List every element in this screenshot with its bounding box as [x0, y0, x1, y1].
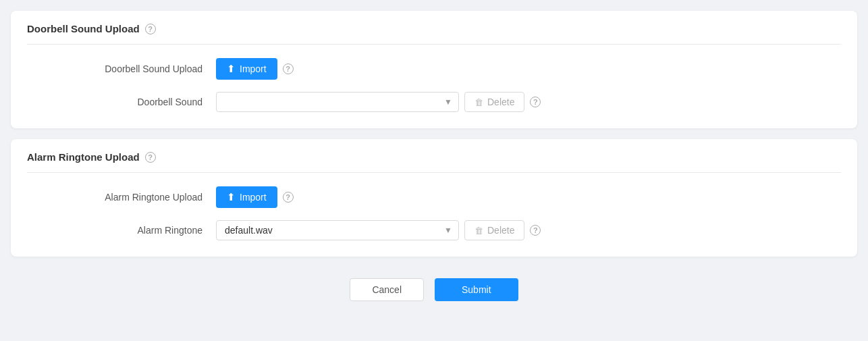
doorbell-import-group: ⬆ Import ? [216, 58, 294, 80]
alarm-upload-help-icon[interactable]: ? [283, 192, 294, 203]
alarm-title-help-icon[interactable]: ? [145, 152, 156, 163]
alarm-select-row: Alarm Ringtone default.wav ▼ 🗑 Delete ? [27, 220, 841, 240]
doorbell-delete-label: Delete [487, 97, 514, 107]
alarm-select-label: Alarm Ringtone [27, 225, 216, 236]
submit-button[interactable]: Submit [435, 278, 518, 301]
alarm-import-group: ⬆ Import ? [216, 186, 294, 208]
doorbell-select-row: Doorbell Sound ▼ 🗑 Delete ? [27, 92, 841, 112]
doorbell-section-title: Doorbell Sound Upload [27, 23, 140, 34]
cancel-button[interactable]: Cancel [350, 278, 424, 301]
alarm-select-help-icon[interactable]: ? [530, 225, 541, 236]
alarm-select-wrapper: default.wav ▼ [216, 220, 459, 240]
alarm-import-button[interactable]: ⬆ Import [216, 186, 277, 208]
doorbell-select-wrapper: ▼ [216, 92, 459, 112]
alarm-upload-label: Alarm Ringtone Upload [27, 192, 216, 203]
alarm-delete-button[interactable]: 🗑 Delete [464, 220, 524, 240]
doorbell-card-header: Doorbell Sound Upload ? [27, 23, 841, 45]
doorbell-select-help-icon[interactable]: ? [530, 97, 541, 107]
doorbell-upload-row: Doorbell Sound Upload ⬆ Import ? [27, 58, 841, 80]
alarm-import-icon: ⬆ [227, 191, 236, 203]
alarm-card-header: Alarm Ringtone Upload ? [27, 151, 841, 173]
doorbell-import-label: Import [240, 63, 267, 74]
alarm-card: Alarm Ringtone Upload ? Alarm Ringtone U… [11, 139, 857, 257]
doorbell-title-help-icon[interactable]: ? [145, 24, 156, 34]
doorbell-upload-controls: ⬆ Import ? [216, 58, 294, 80]
doorbell-sound-select[interactable] [216, 92, 459, 112]
doorbell-import-icon: ⬆ [227, 63, 236, 75]
alarm-upload-controls: ⬆ Import ? [216, 186, 294, 208]
alarm-import-label: Import [240, 192, 267, 203]
doorbell-upload-help-icon[interactable]: ? [283, 63, 294, 74]
doorbell-trash-icon: 🗑 [474, 97, 483, 107]
alarm-trash-icon: 🗑 [474, 226, 483, 236]
alarm-delete-label: Delete [487, 225, 514, 236]
alarm-section-title: Alarm Ringtone Upload [27, 151, 140, 163]
doorbell-import-button[interactable]: ⬆ Import [216, 58, 277, 80]
alarm-ringtone-select[interactable]: default.wav [216, 220, 459, 240]
alarm-select-controls: default.wav ▼ 🗑 Delete ? [216, 220, 541, 240]
doorbell-upload-label: Doorbell Sound Upload [27, 63, 216, 74]
doorbell-select-controls: ▼ 🗑 Delete ? [216, 92, 541, 112]
doorbell-card: Doorbell Sound Upload ? Doorbell Sound U… [11, 11, 857, 128]
doorbell-select-label: Doorbell Sound [27, 97, 216, 107]
doorbell-delete-button[interactable]: 🗑 Delete [464, 92, 524, 112]
alarm-upload-row: Alarm Ringtone Upload ⬆ Import ? [27, 186, 841, 208]
alarm-select-group: default.wav ▼ 🗑 Delete ? [216, 220, 541, 240]
footer: Cancel Submit [11, 267, 857, 301]
doorbell-select-group: ▼ 🗑 Delete ? [216, 92, 541, 112]
